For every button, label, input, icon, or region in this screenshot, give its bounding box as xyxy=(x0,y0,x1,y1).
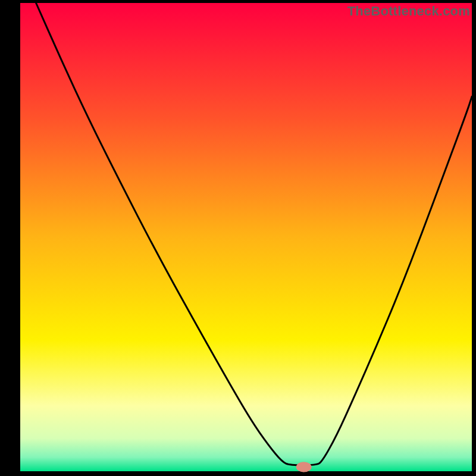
plot-background xyxy=(20,3,472,471)
chart-svg xyxy=(0,0,476,476)
chart-stage: TheBottleneck.com xyxy=(0,0,476,476)
watermark-text: TheBottleneck.com xyxy=(347,4,470,19)
optimal-point-marker xyxy=(296,462,312,472)
